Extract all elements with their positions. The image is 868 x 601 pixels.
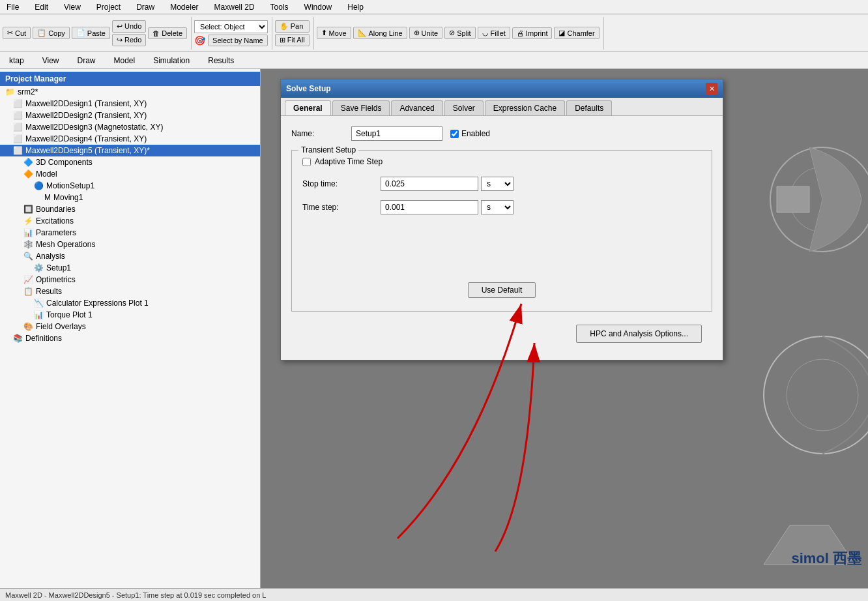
tree-label-20: Field Overlays (36, 322, 86, 331)
menu-maxwell2d[interactable]: Maxwell 2D (210, 1, 259, 13)
menu-window[interactable]: Window (300, 1, 336, 13)
toolbar-edit-group: ✂ Cut 📋 Copy 📄 Paste ↩ Undo ↪ Redo 🗑 Del… (3, 17, 192, 50)
menu-modeler[interactable]: Modeler (166, 1, 202, 13)
use-default-button[interactable]: Use Default (468, 282, 536, 298)
menu-file[interactable]: File (3, 1, 23, 13)
tree-item-5[interactable]: ⬜ Maxwell2DDesign5 (Transient, XY)* (0, 145, 260, 156)
tree-label-18: Calculator Expressions Plot 1 (46, 299, 149, 308)
menu-view[interactable]: View (60, 1, 85, 13)
tree-item-0[interactable]: 📁 srm2* (0, 86, 260, 98)
tree-item-8[interactable]: 🔵 MotionSetup1 (0, 180, 260, 192)
cut-button[interactable]: ✂ Cut (3, 27, 31, 39)
tree-item-12[interactable]: 📊 Parameters (0, 227, 260, 239)
tree-item-21[interactable]: 📚 Definitions (0, 332, 260, 344)
pan-button[interactable]: ✋ Pan (275, 20, 310, 33)
unite-button[interactable]: ⊕ Unite (409, 27, 443, 39)
tree-icon-7: 🔶 (23, 169, 33, 179)
fillet-button[interactable]: ◡ Fillet (478, 27, 510, 39)
tree-label-13: Mesh Operations (36, 240, 95, 249)
toolbar-view-group: ✋ Pan ⊞ Fit All (275, 17, 314, 50)
tree-item-1[interactable]: ⬜ Maxwell2DDesign1 (Transient, XY) (0, 98, 260, 110)
menu-draw[interactable]: Draw (132, 1, 158, 13)
enabled-checkbox[interactable] (450, 130, 459, 138)
menu-project[interactable]: Project (93, 1, 124, 13)
tree-item-7[interactable]: 🔶 Model (0, 168, 260, 180)
tree-item-17[interactable]: 📋 Results (0, 286, 260, 297)
tab-defaults[interactable]: Defaults (566, 100, 612, 115)
svg-point-3 (787, 359, 858, 431)
tree-item-4[interactable]: ⬜ Maxwell2DDesign4 (Transient, XY) (0, 133, 260, 145)
secondary-tab-model[interactable]: Model (108, 55, 142, 66)
time-step-unit-select[interactable]: s ms (481, 200, 514, 214)
tree-label-21: Definitions (25, 334, 62, 343)
paste-button[interactable]: 📄 Paste (72, 27, 110, 39)
tree-item-15[interactable]: ⚙️ Setup1 (0, 262, 260, 274)
tab-advanced[interactable]: Advanced (391, 100, 442, 115)
menu-help[interactable]: Help (343, 1, 368, 13)
chamfer-button[interactable]: ◪ Chamfer (554, 27, 599, 39)
tree-icon-10: 🔲 (23, 205, 33, 214)
dialog-body: Name: Enabled Transient Setup Adaptive T… (281, 116, 723, 360)
name-input[interactable] (351, 126, 442, 141)
tree-item-9[interactable]: M Moving1 (0, 192, 260, 203)
panel-title: Project Manager (0, 72, 260, 86)
tree-item-13[interactable]: 🕸️ Mesh Operations (0, 239, 260, 250)
watermark: simol 西墨 (791, 549, 861, 568)
menu-tools[interactable]: Tools (267, 1, 293, 13)
tree-item-16[interactable]: 📈 Optimetrics (0, 274, 260, 286)
tab-solver[interactable]: Solver (444, 100, 484, 115)
enabled-label: Enabled (461, 129, 490, 138)
tree-item-2[interactable]: ⬜ Maxwell2DDesign2 (Transient, XY) (0, 110, 260, 121)
tree-label-19: Torque Plot 1 (46, 310, 93, 319)
adaptive-checkbox[interactable] (302, 158, 311, 166)
tree-label-9: Moving1 (53, 193, 83, 202)
dialog-tabs: General Save Fields Advanced Solver Expr… (281, 98, 723, 116)
redo-button[interactable]: ↪ Redo (112, 34, 146, 46)
tab-general[interactable]: General (285, 100, 331, 115)
tree-item-19[interactable]: 📊 Torque Plot 1 (0, 309, 260, 321)
copy-button[interactable]: 📋 Copy (33, 27, 70, 39)
select-object-dropdown[interactable]: Select: Object (194, 20, 268, 33)
main-area: Project Manager 📁 srm2*⬜ Maxwell2DDesign… (0, 69, 868, 588)
move-button[interactable]: ⬆ Move (317, 27, 351, 39)
status-bar: Maxwell 2D - Maxwell2DDesign5 - Setup1: … (0, 588, 868, 601)
time-step-input[interactable] (381, 200, 478, 214)
delete-button[interactable]: 🗑 Delete (148, 27, 187, 39)
tree-label-0: srm2* (18, 87, 38, 96)
tree-item-14[interactable]: 🔍 Analysis (0, 250, 260, 262)
canvas-shapes: 1 (725, 69, 868, 588)
fit-all-button[interactable]: ⊞ Fit All (275, 34, 310, 46)
tree-icon-12: 📊 (23, 228, 33, 237)
stop-time-input[interactable] (381, 177, 478, 191)
imprint-button[interactable]: 🖨 Imprint (512, 27, 553, 39)
tree-item-11[interactable]: ⚡ Excitations (0, 215, 260, 227)
tree-item-18[interactable]: 📉 Calculator Expressions Plot 1 (0, 297, 260, 309)
secondary-tab-simulation[interactable]: Simulation (147, 55, 196, 66)
stop-time-unit-select[interactable]: s ms (481, 177, 514, 191)
secondary-tab-ktap[interactable]: ktap (3, 55, 31, 66)
tree-item-10[interactable]: 🔲 Boundaries (0, 203, 260, 215)
tree-item-20[interactable]: 🎨 Field Overlays (0, 321, 260, 332)
tree-label-2: Maxwell2DDesign2 (Transient, XY) (25, 111, 147, 120)
toolbar: ✂ Cut 📋 Copy 📄 Paste ↩ Undo ↪ Redo 🗑 Del… (0, 14, 868, 52)
menu-edit[interactable]: Edit (31, 1, 52, 13)
tree-label-12: Parameters (36, 228, 76, 237)
secondary-tab-view[interactable]: View (36, 55, 66, 66)
tree-item-3[interactable]: ⬜ Maxwell2DDesign3 (Magnetostatic, XY) (0, 121, 260, 133)
tree-item-6[interactable]: 🔷 3D Components (0, 156, 260, 168)
secondary-tab-draw[interactable]: Draw (70, 55, 102, 66)
name-label: Name: (291, 129, 343, 138)
along-line-button[interactable]: 📐 Along Line (353, 27, 407, 39)
tree-label-7: Model (36, 169, 57, 179)
dialog-close-button[interactable]: ✕ (706, 83, 717, 95)
tab-save-fields[interactable]: Save Fields (332, 100, 390, 115)
hpc-analysis-button[interactable]: HPC and Analysis Options... (576, 325, 702, 343)
split-button[interactable]: ⊘ Split (444, 27, 475, 39)
enabled-checkbox-label[interactable]: Enabled (450, 129, 490, 138)
secondary-toolbar: ktap View Draw Model Simulation Results (0, 52, 868, 69)
tab-expression-cache[interactable]: Expression Cache (485, 100, 565, 115)
select-by-name-button[interactable]: Select by Name (208, 35, 268, 46)
secondary-tab-results[interactable]: Results (201, 55, 240, 66)
undo-button[interactable]: ↩ Undo (112, 20, 146, 33)
status-text: Maxwell 2D - Maxwell2DDesign5 - Setup1: … (5, 591, 266, 599)
